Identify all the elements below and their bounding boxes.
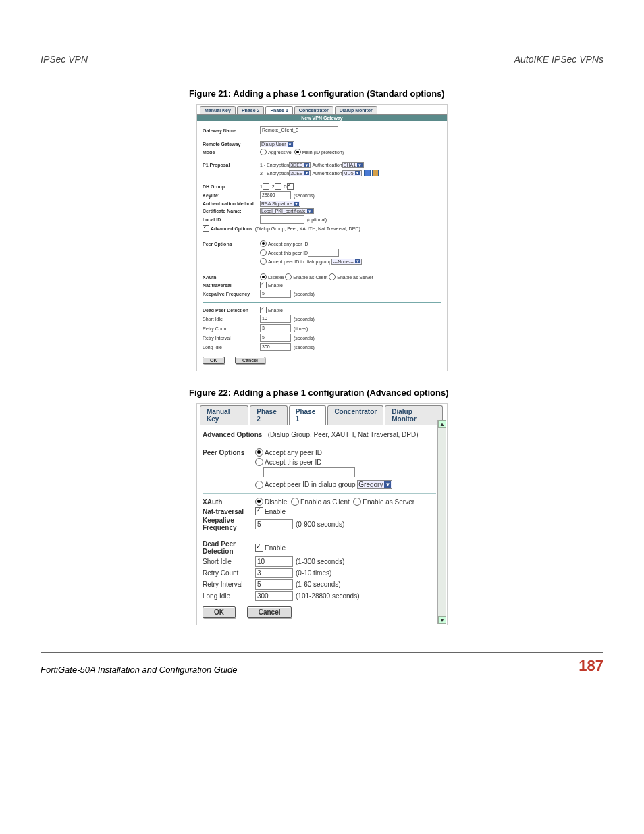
ok-button[interactable]: OK (203, 606, 236, 618)
cancel-button[interactable]: Cancel (247, 606, 292, 618)
peer-dialup-select[interactable]: Gregory▼ (357, 480, 392, 489)
retry-interval-input[interactable]: 5 (255, 579, 293, 590)
dpd-label: Dead Peer Detection (203, 308, 260, 313)
enc2-label: 2 - Encryption (260, 171, 289, 176)
long-idle-input[interactable]: 300 (255, 591, 293, 601)
peer-this-input[interactable] (263, 467, 355, 477)
dh1-check[interactable] (263, 183, 269, 190)
mode-main-radio[interactable] (294, 149, 301, 155)
xauth-server-radio[interactable] (329, 273, 336, 280)
remove-icon[interactable] (372, 170, 379, 176)
add-icon[interactable] (364, 170, 371, 176)
tab-phase2[interactable]: Phase 2 (237, 106, 264, 114)
tab-phase2[interactable]: Phase 2 (250, 405, 288, 425)
short-idle-input[interactable]: 10 (260, 315, 291, 323)
keylife-unit: (seconds) (294, 193, 315, 198)
local-id-input[interactable] (260, 215, 304, 224)
tab-phase1[interactable]: Phase 1 (265, 106, 292, 114)
local-id-label: Local ID: (203, 217, 260, 222)
mode-aggressive-radio[interactable] (260, 149, 267, 155)
xauth-server-radio[interactable] (353, 498, 361, 506)
xauth-client-radio[interactable] (291, 498, 299, 506)
tab-dialup-monitor[interactable]: Dialup Monitor (335, 106, 377, 114)
nat-label: Nat-traversal (203, 508, 255, 515)
xauth-client-radio[interactable] (285, 273, 292, 280)
mode-main-text: Main (ID protection) (302, 150, 344, 155)
peer-this-input[interactable] (308, 249, 339, 257)
retry-interval-label: Retry Interval (203, 336, 260, 340)
tab-concentrator[interactable]: Concentrator (294, 106, 333, 114)
chevron-down-icon: ▼ (304, 163, 309, 167)
xauth-disable-radio[interactable] (255, 498, 263, 506)
nat-enable-text: Enable (265, 508, 286, 515)
retry-count-input[interactable]: 3 (260, 324, 291, 332)
cancel-button[interactable]: Cancel (235, 357, 265, 364)
scrollbar[interactable]: ▲ ▼ (437, 420, 446, 624)
xauth-disable-text: Disable (265, 498, 287, 506)
tab-concentrator[interactable]: Concentrator (327, 405, 383, 425)
peer-this-radio[interactable] (260, 249, 267, 256)
auth2-label: Authentication (312, 171, 342, 176)
keepalive-input[interactable]: 5 (260, 290, 291, 298)
enc2-select[interactable]: 3DES▼ (289, 170, 311, 176)
advanced-options-hint: (Dialup Group, Peer, XAUTH, Nat Traversa… (255, 226, 360, 231)
advanced-options-hint: (Dialup Group, Peer, XAUTH, Nat Traversa… (268, 431, 419, 438)
cert-name-label: Certificate Name: (203, 209, 260, 213)
retry-interval-unit: (seconds) (294, 336, 315, 340)
nat-enable-text: Enable (268, 283, 283, 288)
page-number: 187 (579, 657, 603, 675)
gateway-name-input[interactable]: Remote_Client_3 (260, 126, 338, 134)
peer-dialup-radio[interactable] (260, 258, 267, 265)
remote-gateway-label: Remote Gateway (203, 142, 260, 147)
scroll-up-icon[interactable]: ▲ (438, 420, 446, 428)
keylife-label: Keylife: (203, 193, 260, 198)
retry-interval-input[interactable]: 5 (260, 334, 291, 342)
long-idle-input[interactable]: 300 (260, 343, 291, 351)
tab-bar: Manual Key Phase 2 Phase 1 Concentrator … (197, 404, 447, 425)
chevron-down-icon: ▼ (294, 202, 299, 206)
cert-name-select[interactable]: Local_PKI_certificate▼ (260, 208, 314, 214)
auth-method-select[interactable]: RSA Signature▼ (260, 201, 300, 207)
retry-count-input[interactable]: 3 (255, 568, 293, 578)
peer-any-radio[interactable] (260, 240, 267, 247)
peer-options-label: Peer Options (203, 242, 260, 246)
peer-dialup-select[interactable]: ---None---▼ (331, 259, 362, 265)
auth1-select[interactable]: SHA1▼ (342, 162, 364, 168)
xauth-disable-text: Disable (268, 275, 284, 280)
peer-dialup-text: Accept peer ID in dialup group (268, 259, 331, 264)
xauth-server-text: Enable as Server (337, 275, 373, 280)
advanced-options-check[interactable] (203, 225, 209, 232)
title-bar: New VPN Gateway (197, 115, 447, 121)
auth1-label: Authentication (312, 163, 342, 167)
dpd-enable-check[interactable] (260, 307, 267, 313)
dpd-enable-text: Enable (268, 308, 283, 313)
tab-manual-key[interactable]: Manual Key (200, 405, 248, 425)
nat-enable-check[interactable] (255, 507, 263, 515)
tab-manual-key[interactable]: Manual Key (200, 106, 236, 114)
nat-enable-check[interactable] (260, 282, 267, 288)
tab-dialup-monitor[interactable]: Dialup Monitor (385, 405, 443, 425)
keepalive-input[interactable]: 5 (255, 519, 293, 529)
dpd-enable-check[interactable] (255, 544, 263, 552)
auth2-select[interactable]: MD5▼ (342, 170, 362, 176)
short-idle-unit: (1-300 seconds) (296, 558, 344, 565)
peer-any-text: Accept any peer ID (268, 242, 308, 246)
enc1-select[interactable]: 3DES▼ (289, 162, 311, 168)
xauth-disable-radio[interactable] (260, 273, 267, 280)
remote-gateway-select[interactable]: Dialup User▼ (260, 141, 294, 147)
short-idle-label: Short Idle (203, 317, 260, 321)
peer-this-radio[interactable] (255, 458, 263, 466)
peer-dialup-radio[interactable] (255, 481, 263, 489)
tab-phase1[interactable]: Phase 1 (289, 405, 327, 425)
ok-button[interactable]: OK (203, 357, 225, 364)
retry-count-unit: (0-10 times) (296, 569, 331, 577)
keepalive-unit: (seconds) (294, 292, 315, 296)
keylife-input[interactable]: 28800 (260, 191, 291, 199)
dh5-check[interactable] (287, 183, 294, 190)
scroll-down-icon[interactable]: ▼ (438, 616, 446, 624)
dh2-check[interactable] (275, 183, 281, 190)
retry-count-label: Retry Count (203, 569, 255, 577)
chevron-down-icon: ▼ (355, 171, 360, 175)
peer-any-radio[interactable] (255, 448, 263, 457)
short-idle-input[interactable]: 10 (255, 556, 293, 567)
